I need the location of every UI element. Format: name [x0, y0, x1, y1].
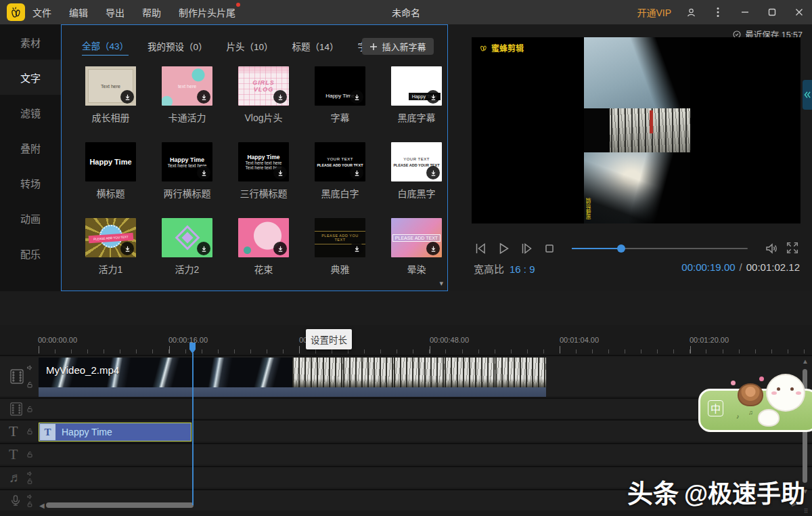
download-icon[interactable]	[197, 166, 210, 179]
download-icon[interactable]	[350, 166, 363, 179]
seek-slider[interactable]	[572, 248, 748, 249]
template-card[interactable]: text here 卡通活力	[149, 66, 225, 124]
tab-all[interactable]: 全部（43）	[82, 39, 129, 56]
insert-new-subtitle-button[interactable]: 插入新字幕	[362, 38, 434, 55]
close-button[interactable]	[792, 5, 807, 20]
download-icon[interactable]	[273, 166, 287, 179]
template-thumbnail[interactable]: YOUR TEXTPLEASE ADD YOUR TEXT	[315, 142, 365, 181]
minimize-button[interactable]	[738, 5, 752, 20]
download-icon[interactable]	[120, 242, 134, 255]
aspect-ratio[interactable]: 宽高比16 : 9	[474, 261, 535, 276]
menu-file[interactable]: 文件	[32, 5, 51, 19]
lock-track-icon[interactable]	[26, 427, 34, 435]
template-thumbnail[interactable]: Happy Time	[85, 142, 136, 181]
panel-scroll-down-icon[interactable]: ▾	[439, 279, 443, 288]
lock-track-icon[interactable]	[26, 477, 34, 485]
template-thumbnail[interactable]: Happy Time	[315, 66, 365, 106]
sidebar-item-music[interactable]: 配乐	[0, 236, 61, 271]
play-button[interactable]	[495, 240, 512, 257]
template-card[interactable]: YOUR TEXTPLEASE ADD YOUR TEXT 黑底白字	[302, 142, 378, 200]
vip-button[interactable]: 开通VIP	[637, 5, 671, 19]
more-menu-icon[interactable]	[710, 5, 725, 20]
fullscreen-icon[interactable]	[785, 240, 801, 257]
collapse-panel-tab[interactable]	[803, 80, 812, 110]
download-icon[interactable]	[197, 90, 210, 104]
mute-track-icon[interactable]	[26, 470, 34, 477]
stop-button[interactable]	[541, 240, 558, 257]
account-icon[interactable]	[683, 5, 698, 20]
template-card[interactable]: PLEASE ADD TEXT 晕染	[378, 218, 455, 276]
track-text-1-header: T	[0, 421, 38, 442]
template-card[interactable]: PLEASE ADD YOU TEXT 典雅	[302, 218, 378, 276]
download-icon[interactable]	[350, 90, 363, 104]
mute-track-icon[interactable]	[26, 493, 34, 500]
video-clip[interactable]: MyVideo_2.mp4	[39, 358, 546, 397]
template-thumbnail[interactable]: Text here	[85, 66, 136, 106]
template-thumbnail[interactable]: Happy Time	[391, 66, 442, 106]
template-card[interactable]: GIRLSVLOG Vlog片头	[225, 66, 302, 124]
volume-icon[interactable]	[763, 240, 780, 257]
template-card[interactable]: 活力2	[149, 218, 225, 276]
template-card[interactable]: YOUR TEXTPLEASE ADD YOUR TEXT 白底黑字	[378, 142, 455, 200]
tab-intros[interactable]: 片头（10）	[227, 39, 273, 56]
ruler-label: 00:00:48.00	[430, 336, 469, 344]
template-card[interactable]: 花束	[225, 218, 302, 276]
next-frame-button[interactable]	[518, 240, 535, 257]
sidebar-item-transition[interactable]: 转场	[0, 165, 61, 200]
lock-track-icon[interactable]	[26, 405, 34, 413]
template-card[interactable]: Happy Time 字幕	[302, 66, 378, 124]
template-card[interactable]: Happy Time 黑底字幕	[378, 66, 455, 124]
channel-watermark: 头条@极速手助	[627, 473, 805, 510]
download-icon[interactable]	[273, 242, 287, 255]
time-display: 00:00:19.00/00:01:02.12	[681, 261, 800, 273]
sidebar-item-filter[interactable]: 滤镜	[0, 95, 61, 130]
template-card[interactable]: Happy TimeText here text here 两行横标题	[149, 142, 225, 200]
template-thumbnail[interactable]	[238, 218, 289, 257]
template-card[interactable]: Happy TimeText here text hereText here t…	[225, 142, 302, 200]
menu-intro-outro[interactable]: 制作片头片尾	[179, 5, 235, 19]
text-clip-selected[interactable]: T Happy Time	[39, 423, 191, 442]
download-icon[interactable]	[120, 90, 134, 104]
video-frame-shadow	[584, 108, 610, 152]
menu-edit[interactable]: 编辑	[69, 5, 88, 19]
download-icon[interactable]	[426, 242, 440, 255]
mute-track-icon[interactable]	[26, 364, 34, 372]
template-thumbnail[interactable]: PLEASE ADD YOU TEXT	[315, 218, 365, 257]
download-icon[interactable]	[197, 242, 210, 255]
sidebar-item-overlay[interactable]: 叠附	[0, 130, 61, 165]
sidebar-item-animation[interactable]: 动画	[0, 200, 61, 236]
previous-frame-button[interactable]	[472, 240, 489, 257]
template-card[interactable]: PLEASE ADD YOU TEXT 活力1	[72, 218, 149, 276]
menu-export[interactable]: 导出	[106, 5, 125, 19]
template-thumbnail[interactable]: PLEASE ADD YOU TEXT	[85, 218, 136, 257]
horizontal-scrollbar[interactable]	[46, 502, 194, 508]
download-icon[interactable]	[273, 90, 287, 104]
hscroll-left-arrow[interactable]: ◀	[39, 502, 45, 509]
lock-track-icon[interactable]	[26, 381, 34, 389]
maximize-button[interactable]	[765, 5, 780, 20]
tab-titles[interactable]: 标题（14）	[292, 39, 339, 56]
template-thumbnail[interactable]: Happy TimeText here text here	[162, 142, 212, 181]
template-card[interactable]: Happy Time 横标题	[72, 142, 149, 200]
sidebar-item-text[interactable]: 文字	[0, 60, 61, 95]
template-thumbnail[interactable]: YOUR TEXTPLEASE ADD YOUR TEXT	[391, 142, 442, 181]
template-thumbnail[interactable]: PLEASE ADD TEXT	[391, 218, 442, 257]
download-icon[interactable]	[350, 242, 363, 255]
template-card[interactable]: Text here 成长相册	[72, 66, 149, 124]
template-thumbnail[interactable]: GIRLSVLOG	[238, 66, 289, 106]
tab-my-presets[interactable]: 我的预设（0）	[148, 39, 208, 56]
template-thumbnail[interactable]: text here	[162, 66, 212, 106]
download-icon[interactable]	[426, 90, 440, 104]
menu-help[interactable]: 帮助	[142, 5, 161, 19]
app-logo-icon[interactable]	[7, 3, 25, 21]
vscroll-up-arrow[interactable]: ▲	[802, 358, 809, 365]
playhead-line[interactable]	[192, 353, 194, 505]
seek-slider-handle[interactable]	[617, 244, 625, 253]
lock-track-icon[interactable]	[26, 500, 34, 508]
template-thumbnail[interactable]: Happy TimeText here text hereText here t…	[238, 142, 289, 181]
template-thumbnail[interactable]	[162, 218, 212, 257]
lock-track-icon[interactable]	[26, 450, 34, 458]
sidebar-item-media[interactable]: 素材	[0, 24, 61, 60]
video-stage[interactable]: 蜜蜂剪辑 蜜蜂剪辑	[472, 37, 800, 223]
download-icon[interactable]	[426, 166, 440, 179]
